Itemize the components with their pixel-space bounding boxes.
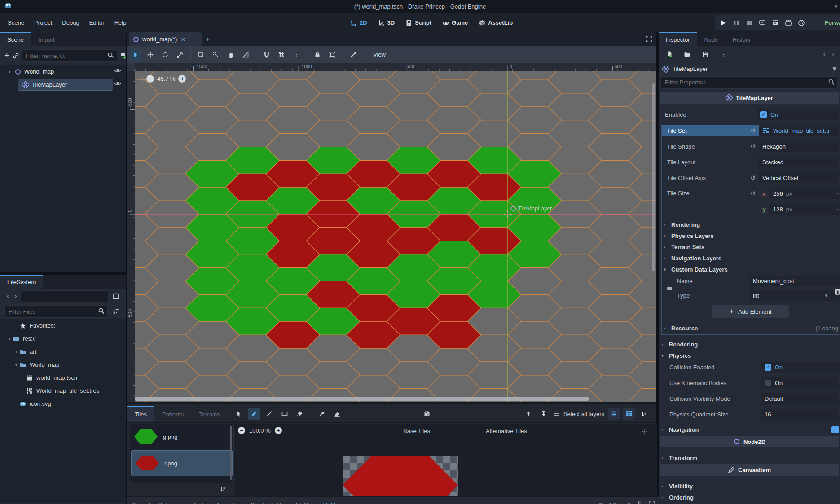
grid-toggle[interactable] bbox=[623, 408, 635, 420]
component-x[interactable]: x256px‹ bbox=[759, 188, 839, 199]
highlight-selected-layer-toggle[interactable] bbox=[608, 408, 620, 420]
tab-inspector-node[interactable]: Node bbox=[697, 32, 725, 46]
center-view-icon[interactable] bbox=[139, 76, 146, 83]
picker-tool-button[interactable] bbox=[316, 408, 328, 420]
bottom-tab-debugger[interactable]: Debugger bbox=[158, 501, 184, 504]
component-y[interactable]: y128px‹ bbox=[759, 204, 839, 215]
section-transform[interactable]: ›Transform bbox=[660, 453, 839, 463]
property-value[interactable]: Vertical Offset bbox=[759, 172, 839, 183]
property-label[interactable]: Collision Enabled bbox=[660, 362, 761, 373]
editor-button-3d[interactable]: 3D bbox=[374, 18, 399, 28]
2d-viewport[interactable]: TileMapLayer -1500-1000-5000500-5000500 … bbox=[127, 63, 656, 402]
resource-options-dots-icon[interactable]: ⋮ bbox=[718, 49, 729, 60]
random-dice-tool-button[interactable] bbox=[421, 408, 433, 420]
save-resource-button[interactable] bbox=[700, 49, 711, 60]
bottom-tab-output[interactable]: Output bbox=[132, 501, 150, 504]
movie-folder-button[interactable] bbox=[785, 19, 792, 26]
tab-world-map-scene[interactable]: world_map(*) × bbox=[129, 32, 202, 46]
skeleton-options-button[interactable] bbox=[347, 49, 359, 61]
sources-sort-icon[interactable] bbox=[220, 486, 227, 493]
section-terrain-sets[interactable]: ›Terrain Sets bbox=[662, 242, 839, 252]
source-above-button[interactable] bbox=[523, 408, 534, 420]
revert-icon[interactable]: ↺ bbox=[750, 143, 756, 150]
property-value[interactable]: Stacked bbox=[759, 157, 839, 167]
play-button[interactable] bbox=[720, 19, 727, 26]
fs-item-favorites-[interactable]: Favorites: bbox=[0, 319, 126, 332]
line-tool-tool-button[interactable] bbox=[264, 408, 275, 420]
preview-zoom-out-button[interactable]: − bbox=[238, 427, 245, 434]
section-physics-layers[interactable]: ›Physics Layers bbox=[662, 231, 839, 241]
pencil-tool-button[interactable] bbox=[248, 408, 260, 420]
move-tool[interactable] bbox=[145, 49, 156, 61]
delete-element-trash-icon[interactable] bbox=[834, 288, 840, 295]
property-value[interactable]: World_map_tile_set.tr bbox=[759, 125, 839, 136]
tile-source-g-png[interactable]: g.png bbox=[130, 424, 233, 449]
property-value[interactable]: ✓On bbox=[757, 109, 839, 120]
scale-tool[interactable] bbox=[174, 49, 186, 61]
preview-zoom-level[interactable]: 100.0 % bbox=[249, 427, 271, 434]
pair-value[interactable]: Movement_cost bbox=[750, 276, 839, 286]
new-resource-button[interactable] bbox=[664, 49, 675, 60]
tab-inspector-history[interactable]: History bbox=[726, 32, 758, 46]
rotate-left-tool-button[interactable] bbox=[353, 408, 365, 420]
tab-terrains[interactable]: Terrains bbox=[191, 406, 227, 422]
snap-options-dots[interactable]: ⋮ bbox=[290, 49, 302, 61]
drag-handle-icon[interactable]: ≡ bbox=[662, 276, 677, 301]
revert-icon[interactable]: ↺ bbox=[750, 127, 756, 134]
rect-tool-tool-button[interactable] bbox=[279, 408, 290, 420]
toggle-split-mode-button[interactable] bbox=[110, 291, 121, 302]
section-navigation-layers[interactable]: ›Navigation Layers bbox=[662, 253, 839, 263]
menu-scene[interactable]: Scene bbox=[3, 13, 29, 32]
select-all-layers-dropdown[interactable]: Select all layers bbox=[553, 410, 604, 417]
history-forward-icon[interactable]: › bbox=[832, 50, 835, 58]
history-back-icon[interactable]: ‹ bbox=[823, 50, 826, 58]
tile-source-r-png[interactable]: r.png bbox=[131, 450, 233, 476]
bucket-tool-button[interactable] bbox=[294, 408, 306, 420]
menu-editor[interactable]: Editor bbox=[84, 13, 110, 32]
history-forward-icon[interactable]: › bbox=[13, 292, 19, 300]
stepper-arrows-icon[interactable]: ‹ bbox=[835, 192, 840, 194]
tab-scene-dock-import[interactable]: Import bbox=[31, 32, 62, 46]
property-label[interactable]: Physics Quadrant Size bbox=[660, 409, 761, 420]
expand-arrow-icon[interactable]: › bbox=[13, 349, 19, 355]
tab-scene-dock-scene[interactable]: Scene bbox=[0, 32, 31, 46]
tab-menu-dots-icon[interactable]: ⋮ bbox=[112, 275, 126, 289]
titlebar-chevron-down-icon[interactable]: ▾ bbox=[834, 4, 837, 9]
view-menu[interactable]: View bbox=[369, 51, 390, 58]
ruler-tool[interactable] bbox=[240, 49, 251, 61]
fs-item-world-map-tscn[interactable]: world_map.tscn bbox=[0, 371, 126, 384]
scene-tree-item-world_map[interactable]: ▾World_map bbox=[0, 65, 126, 78]
checkbox-checked[interactable]: ✓ bbox=[760, 111, 767, 118]
attach-script-button[interactable] bbox=[120, 50, 127, 61]
collapse-arrow-icon[interactable]: ▾ bbox=[6, 337, 13, 341]
fs-item-res-[interactable]: ▾res:// bbox=[0, 332, 126, 345]
revert-icon[interactable]: ↺ bbox=[750, 174, 756, 181]
bottom-tab-animation[interactable]: Animation bbox=[216, 501, 242, 504]
editor-button-game[interactable]: Game bbox=[439, 18, 471, 28]
visibility-eye-icon[interactable] bbox=[114, 68, 121, 75]
property-label[interactable]: Tile Set↺ bbox=[662, 125, 759, 136]
rotate-right-tool-button[interactable] bbox=[369, 408, 380, 420]
section-resource[interactable]: ›Resource(1 chang bbox=[662, 323, 839, 333]
zoom-out-button[interactable]: − bbox=[146, 75, 154, 83]
filesystem-path-input[interactable] bbox=[21, 290, 109, 302]
instance-scene-button[interactable] bbox=[12, 50, 19, 61]
history-back-icon[interactable]: ‹ bbox=[4, 292, 11, 300]
filter-files-input[interactable] bbox=[4, 305, 108, 318]
horizontal-scrollbar[interactable] bbox=[135, 397, 589, 401]
visibility-eye-icon[interactable] bbox=[114, 81, 121, 88]
checkbox-checked[interactable]: ✓ bbox=[765, 364, 771, 371]
property-label[interactable]: Tile Size↺ bbox=[662, 188, 759, 215]
fs-item-world-map[interactable]: ▾World_map bbox=[0, 358, 126, 371]
property-value[interactable]: On bbox=[761, 377, 839, 388]
section-visibility[interactable]: ›Visibility bbox=[660, 481, 839, 491]
tab-filesystem[interactable]: FileSystem bbox=[0, 275, 43, 289]
smart-snap-toggle[interactable] bbox=[261, 49, 273, 61]
property-value[interactable]: ✓On bbox=[761, 362, 839, 373]
menu-debug[interactable]: Debug bbox=[57, 13, 84, 32]
tab-patterns[interactable]: Patterns bbox=[154, 406, 191, 422]
section-rendering[interactable]: ›Rendering bbox=[660, 339, 839, 349]
expand-bottom-panel-icon[interactable] bbox=[648, 501, 655, 504]
section-custom-data-layers[interactable]: ▾Custom Data Layers bbox=[662, 264, 839, 274]
load-resource-button[interactable] bbox=[682, 49, 693, 60]
